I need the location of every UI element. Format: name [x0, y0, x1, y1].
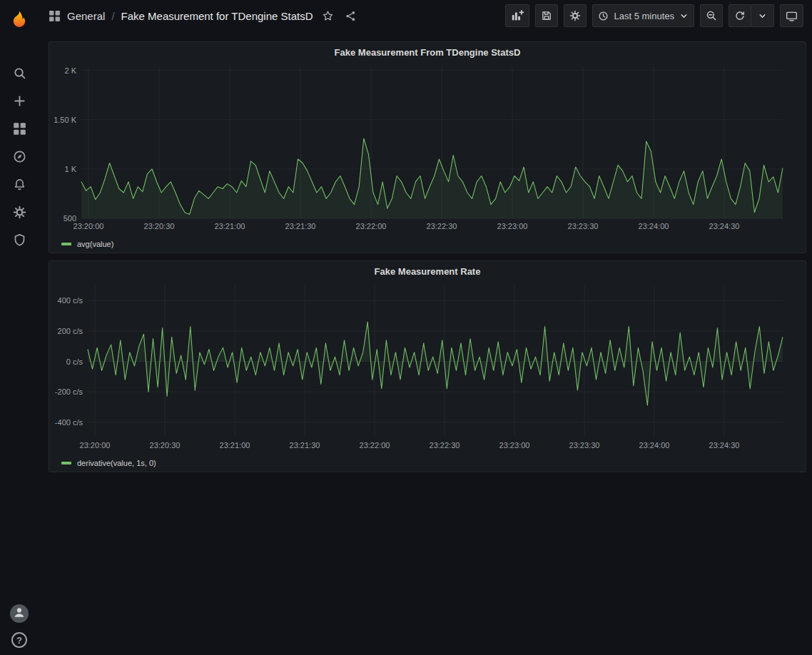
- add-panel-button[interactable]: [505, 4, 529, 27]
- gear-icon: [13, 205, 26, 221]
- svg-text:23:20:30: 23:20:30: [150, 441, 181, 450]
- add-panel-icon: [511, 9, 524, 22]
- clock-icon: [598, 11, 609, 21]
- cycle-view-mode-button[interactable]: [780, 4, 803, 27]
- sidebar: ?: [0, 0, 39, 655]
- chevron-down-icon: [679, 11, 689, 21]
- dashboard-grid: Fake Measurement From TDengine StatsD 2 …: [39, 31, 812, 655]
- sidebar-item-configuration[interactable]: [5, 201, 34, 225]
- gear-icon: [569, 10, 581, 21]
- svg-text:2 K: 2 K: [64, 66, 76, 75]
- svg-text:23:21:30: 23:21:30: [290, 441, 320, 450]
- dashboard-title: Fake Measurement for TDengine StatsD: [121, 10, 313, 22]
- svg-text:23:24:00: 23:24:00: [639, 222, 669, 230]
- dashboard-toolbar: Last 5 minutes: [505, 4, 803, 27]
- svg-text:23:24:30: 23:24:30: [709, 441, 740, 450]
- time-range-label: Last 5 minutes: [614, 11, 674, 21]
- top-navbar: General / Fake Measurement for TDengine …: [39, 0, 812, 31]
- star-icon: [322, 10, 334, 22]
- dashboard-settings-button[interactable]: [564, 4, 587, 27]
- svg-text:23:23:00: 23:23:00: [499, 441, 530, 450]
- grafana-logo[interactable]: [5, 6, 34, 34]
- sidebar-item-alerting[interactable]: [5, 173, 34, 198]
- refresh-interval-dropdown[interactable]: [751, 4, 774, 27]
- svg-text:400 c/s: 400 c/s: [58, 296, 83, 305]
- plus-icon: [13, 94, 26, 110]
- help-button[interactable]: ?: [11, 632, 27, 648]
- refresh-icon: [734, 10, 746, 21]
- chevron-down-icon: [758, 11, 767, 21]
- zoom-out-time-button[interactable]: [700, 4, 723, 27]
- sidebar-item-create[interactable]: [5, 90, 34, 114]
- svg-text:23:21:30: 23:21:30: [285, 222, 316, 230]
- svg-text:23:24:30: 23:24:30: [709, 222, 740, 230]
- question-mark-icon: ?: [16, 635, 22, 646]
- svg-text:1.50 K: 1.50 K: [54, 116, 76, 124]
- zoom-out-icon: [706, 10, 717, 21]
- apps-grid-icon: [13, 122, 26, 138]
- series-label: avg(value): [77, 240, 113, 248]
- user-icon: [12, 605, 26, 622]
- sidebar-item-server-admin[interactable]: [5, 229, 34, 253]
- legend-item[interactable]: derivative(value, 1s, 0): [49, 455, 806, 472]
- sidebar-item-explore[interactable]: [5, 146, 34, 170]
- svg-text:-200 c/s: -200 c/s: [55, 387, 83, 396]
- legend-item[interactable]: avg(value): [49, 235, 806, 253]
- svg-text:23:23:30: 23:23:30: [569, 441, 600, 450]
- svg-text:23:21:00: 23:21:00: [220, 441, 250, 450]
- search-icon: [13, 66, 26, 82]
- dashboard-grid-icon: [49, 10, 61, 22]
- main-area: General / Fake Measurement for TDengine …: [39, 0, 812, 655]
- save-dashboard-button[interactable]: [535, 4, 558, 27]
- save-icon: [541, 10, 552, 21]
- sidebar-item-dashboards[interactable]: [5, 118, 34, 142]
- svg-text:1 K: 1 K: [64, 165, 76, 173]
- compass-icon: [13, 150, 26, 166]
- share-dashboard-button[interactable]: [342, 8, 359, 24]
- panel-fake-measurement-rate: Fake Measurement Rate 400 c/s200 c/s0 c/…: [49, 260, 806, 472]
- svg-text:23:22:30: 23:22:30: [430, 441, 460, 450]
- svg-text:23:21:00: 23:21:00: [215, 222, 245, 230]
- time-range-picker[interactable]: Last 5 minutes: [592, 4, 694, 27]
- timeseries-chart[interactable]: 2 K1.50 K1 K50023:20:0023:20:3023:21:002…: [49, 62, 806, 235]
- breadcrumb: General / Fake Measurement for TDengine …: [49, 8, 359, 24]
- svg-text:23:20:00: 23:20:00: [73, 222, 104, 230]
- bell-icon: [13, 178, 26, 193]
- svg-text:23:23:00: 23:23:00: [497, 222, 528, 230]
- share-icon: [345, 10, 357, 22]
- shield-icon: [13, 233, 26, 249]
- breadcrumb-separator: /: [111, 10, 114, 22]
- sidebar-item-search[interactable]: [5, 62, 34, 86]
- timeseries-chart[interactable]: 400 c/s200 c/s0 c/s-200 c/s-400 c/s23:20…: [49, 281, 806, 455]
- flame-icon: [9, 10, 29, 30]
- panel-fake-measurement: Fake Measurement From TDengine StatsD 2 …: [49, 41, 806, 253]
- svg-text:200 c/s: 200 c/s: [58, 327, 83, 335]
- svg-text:-400 c/s: -400 c/s: [55, 418, 83, 427]
- svg-text:23:20:00: 23:20:00: [80, 441, 111, 450]
- svg-text:23:22:00: 23:22:00: [356, 222, 387, 230]
- svg-text:23:24:00: 23:24:00: [639, 441, 670, 450]
- svg-text:23:22:30: 23:22:30: [427, 222, 457, 230]
- svg-text:0 c/s: 0 c/s: [66, 357, 83, 366]
- svg-text:23:22:00: 23:22:00: [360, 441, 390, 450]
- svg-text:23:20:30: 23:20:30: [144, 222, 175, 230]
- monitor-icon: [786, 10, 798, 22]
- user-avatar[interactable]: [10, 604, 29, 623]
- refresh-button-group: [729, 4, 774, 27]
- refresh-dashboard-button[interactable]: [729, 4, 751, 27]
- svg-text:23:23:30: 23:23:30: [568, 222, 599, 230]
- breadcrumb-folder[interactable]: General: [67, 10, 105, 22]
- panel-title[interactable]: Fake Measurement Rate: [49, 261, 806, 281]
- series-label: derivative(value, 1s, 0): [77, 459, 156, 467]
- series-color-swatch: [61, 462, 71, 464]
- panel-title[interactable]: Fake Measurement From TDengine StatsD: [49, 42, 806, 62]
- series-color-swatch: [61, 243, 71, 245]
- star-dashboard-button[interactable]: [320, 8, 336, 24]
